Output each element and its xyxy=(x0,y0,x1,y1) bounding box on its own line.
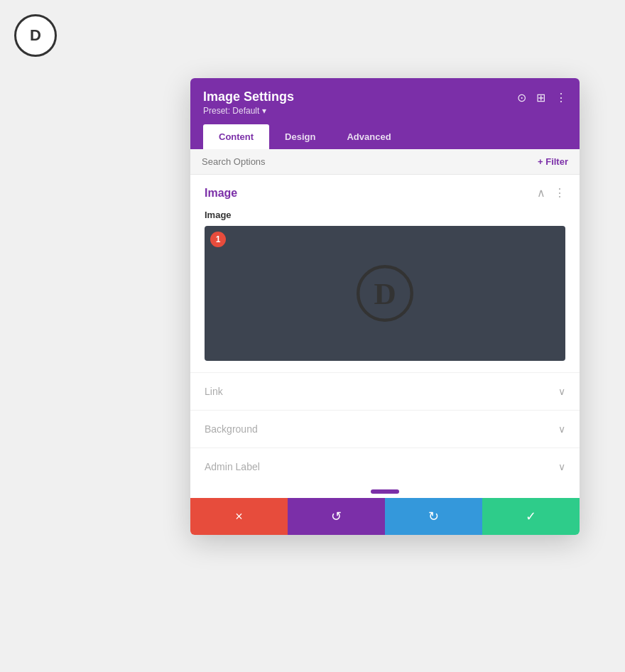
tab-design[interactable]: Design xyxy=(269,124,331,149)
link-chevron-icon: ∨ xyxy=(558,386,565,397)
divi-circle-image-icon: D xyxy=(353,261,417,325)
admin-label-chevron-icon: ∨ xyxy=(558,461,565,472)
header-icons: ⊙ ⊞ ⋮ xyxy=(517,90,567,104)
panel-header: Image Settings Preset: Default ▾ ⊙ ⊞ ⋮ C… xyxy=(190,78,580,149)
background-section-title: Background xyxy=(205,423,258,435)
scroll-dot xyxy=(371,489,399,494)
divi-logo: D xyxy=(14,14,57,57)
collapse-icon[interactable]: ∧ xyxy=(537,186,545,200)
cancel-button[interactable]: × xyxy=(190,498,288,535)
search-input[interactable] xyxy=(202,156,538,167)
section-title: Image xyxy=(205,187,237,200)
link-section-title: Link xyxy=(205,386,223,397)
panel-body: Image ∧ ⋮ Image 1 D Link ∨ xyxy=(190,175,580,498)
tabs: Content Design Advanced xyxy=(203,124,567,149)
panel-title: Image Settings xyxy=(203,90,294,104)
more-icon[interactable]: ⋮ xyxy=(555,91,567,104)
image-field-label: Image xyxy=(205,210,565,220)
filter-button[interactable]: + Filter xyxy=(538,156,568,167)
panel-preset[interactable]: Preset: Default ▾ xyxy=(203,106,294,116)
link-section-header[interactable]: Link ∨ xyxy=(205,373,565,410)
search-bar: + Filter xyxy=(190,149,580,175)
background-chevron-icon: ∨ xyxy=(558,423,565,435)
scroll-indicator xyxy=(190,485,580,498)
image-section: Image ∧ ⋮ Image 1 D xyxy=(190,175,580,372)
link-section: Link ∨ xyxy=(190,372,580,410)
target-icon[interactable]: ⊙ xyxy=(517,91,526,104)
tab-advanced[interactable]: Advanced xyxy=(331,124,406,149)
columns-icon[interactable]: ⊞ xyxy=(536,91,545,104)
redo-button[interactable]: ↻ xyxy=(385,498,482,535)
panel-title-area: Image Settings Preset: Default ▾ xyxy=(203,90,294,116)
action-bar: × ↺ ↻ ✓ xyxy=(190,498,580,535)
admin-label-section: Admin Label ∨ xyxy=(190,448,580,485)
background-section-header[interactable]: Background ∨ xyxy=(205,411,565,448)
background-section: Background ∨ xyxy=(190,410,580,448)
admin-label-section-header[interactable]: Admin Label ∨ xyxy=(205,448,565,485)
save-button[interactable]: ✓ xyxy=(482,498,580,535)
svg-text:D: D xyxy=(374,277,396,310)
panel-header-top: Image Settings Preset: Default ▾ ⊙ ⊞ ⋮ xyxy=(203,90,567,116)
section-header: Image ∧ ⋮ xyxy=(205,186,565,200)
undo-button[interactable]: ↺ xyxy=(288,498,385,535)
tab-content[interactable]: Content xyxy=(203,124,269,149)
image-upload-area[interactable]: 1 D xyxy=(205,226,565,361)
image-settings-panel: Image Settings Preset: Default ▾ ⊙ ⊞ ⋮ C… xyxy=(190,78,580,535)
section-controls: ∧ ⋮ xyxy=(537,186,565,200)
admin-label-section-title: Admin Label xyxy=(205,461,260,472)
image-badge: 1 xyxy=(210,232,226,247)
more-vertical-icon[interactable]: ⋮ xyxy=(554,186,565,200)
